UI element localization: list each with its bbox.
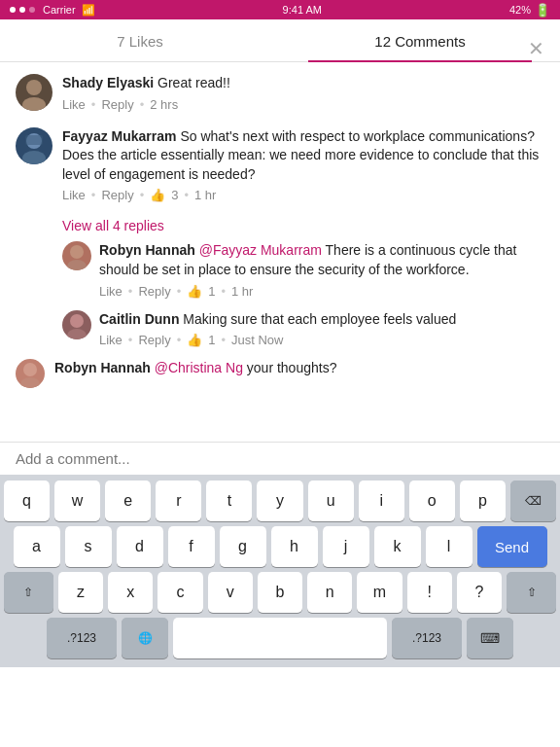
avatar xyxy=(16,359,45,388)
author-name: Caitlin Dunn xyxy=(99,311,179,327)
key-space[interactable] xyxy=(173,618,387,658)
thumb-icon: 👍 xyxy=(150,188,165,202)
key-backspace[interactable]: ⌫ xyxy=(510,480,556,521)
comment-body: Shady Elyaski Great read!! Like • Reply … xyxy=(62,74,544,112)
reply-content: Making sure that each employee feels val… xyxy=(183,311,456,327)
comment-body: Fayyaz Mukarram So what's next with resp… xyxy=(62,127,544,203)
avatar xyxy=(16,127,52,164)
typing-text: Robyn Hannah @Christina Ng your thoughts… xyxy=(54,359,544,378)
keyboard: q w e r t y u i o p ⌫ a s d f g h j k l … xyxy=(0,475,560,667)
close-button[interactable]: ✕ xyxy=(528,39,544,58)
tab-bar: 7 Likes 12 Comments ✕ xyxy=(0,19,560,62)
key-send[interactable]: Send xyxy=(477,526,547,567)
svg-rect-4 xyxy=(25,135,43,145)
replies-section: Robyn Hannah @Fayyaz Mukarram There is a… xyxy=(62,241,544,347)
key-x[interactable]: x xyxy=(108,572,153,613)
reply-text: Robyn Hannah @Fayyaz Mukarram There is a… xyxy=(99,241,544,279)
key-d[interactable]: d xyxy=(117,526,163,567)
like-button[interactable]: Like xyxy=(62,188,86,202)
key-u[interactable]: u xyxy=(308,480,354,521)
key-k[interactable]: k xyxy=(374,526,421,567)
key-s[interactable]: s xyxy=(65,526,112,567)
like-button[interactable]: Like xyxy=(99,284,122,299)
key-r[interactable]: r xyxy=(156,480,201,521)
key-numeric[interactable]: .?123 xyxy=(47,618,117,658)
reply-button[interactable]: Reply xyxy=(138,284,170,299)
key-c[interactable]: c xyxy=(158,572,202,613)
key-o[interactable]: o xyxy=(409,480,455,521)
reply-text: Caitlin Dunn Making sure that each emplo… xyxy=(99,310,544,330)
status-time: 9:41 AM xyxy=(283,4,322,16)
tab-comments[interactable]: 12 Comments xyxy=(280,19,560,61)
key-j[interactable]: j xyxy=(323,526,369,567)
signal-dot-2 xyxy=(19,7,25,13)
reply-button[interactable]: Reply xyxy=(138,333,170,347)
key-question[interactable]: ? xyxy=(457,572,502,613)
keyboard-row-1: q w e r t y u i o p ⌫ xyxy=(4,480,556,521)
key-e[interactable]: e xyxy=(105,480,151,521)
comment-text: Fayyaz Mukarram So what's next with resp… xyxy=(62,127,544,185)
key-t[interactable]: t xyxy=(206,480,252,521)
add-comment-row xyxy=(0,442,560,475)
author-name: Shady Elyaski xyxy=(62,75,154,90)
key-globe[interactable]: 🌐 xyxy=(122,618,168,658)
reply-button[interactable]: Reply xyxy=(101,97,133,112)
key-keyboard[interactable]: ⌨ xyxy=(467,618,513,658)
key-h[interactable]: h xyxy=(271,526,318,567)
view-replies-button[interactable]: View all 4 replies xyxy=(62,218,544,233)
tab-likes[interactable]: 7 Likes xyxy=(0,19,280,61)
signal-dot-3 xyxy=(29,7,35,13)
key-g[interactable]: g xyxy=(220,526,266,567)
key-b[interactable]: b xyxy=(258,572,302,613)
key-w[interactable]: w xyxy=(54,480,100,521)
svg-point-3 xyxy=(22,151,46,164)
key-shift[interactable]: ⇧ xyxy=(4,572,53,613)
avatar xyxy=(62,241,91,270)
reply-actions: Like • Reply • 👍 1 • 1 hr xyxy=(99,284,544,299)
svg-point-8 xyxy=(67,329,87,339)
reply-actions: Like • Reply • 👍 1 • Just Now xyxy=(99,333,544,347)
comment-time: 2 hrs xyxy=(150,97,178,112)
comment-item: Shady Elyaski Great read!! Like • Reply … xyxy=(16,74,544,112)
key-l[interactable]: l xyxy=(426,526,472,567)
signal-dot-1 xyxy=(10,7,16,13)
svg-point-0 xyxy=(26,80,42,95)
reply-button[interactable]: Reply xyxy=(101,188,133,202)
typing-body: Robyn Hannah @Christina Ng your thoughts… xyxy=(54,359,544,388)
key-exclaim[interactable]: ! xyxy=(407,572,452,613)
avatar xyxy=(62,310,91,339)
svg-point-7 xyxy=(70,314,84,328)
key-m[interactable]: m xyxy=(357,572,402,613)
like-button[interactable]: Like xyxy=(62,97,86,112)
battery-info: 42% 🔋 xyxy=(509,3,550,18)
like-button[interactable]: Like xyxy=(99,333,122,347)
key-i[interactable]: i xyxy=(359,480,404,521)
key-shift-right[interactable]: ⇧ xyxy=(507,572,556,613)
key-v[interactable]: v xyxy=(208,572,253,613)
comment-actions: Like • Reply • 2 hrs xyxy=(62,97,544,112)
key-n[interactable]: n xyxy=(307,572,352,613)
author-name: Robyn Hannah xyxy=(54,360,151,375)
key-z[interactable]: z xyxy=(58,572,103,613)
reply-time: 1 hr xyxy=(231,284,253,299)
svg-point-9 xyxy=(23,363,37,376)
mention: @Christina Ng xyxy=(155,360,243,375)
key-a[interactable]: a xyxy=(14,526,60,567)
key-q[interactable]: q xyxy=(4,480,50,521)
reply-item: Robyn Hannah @Fayyaz Mukarram There is a… xyxy=(62,241,544,298)
svg-point-6 xyxy=(67,260,87,270)
reply-time: Just Now xyxy=(231,333,283,347)
key-f[interactable]: f xyxy=(168,526,215,567)
comment-input[interactable] xyxy=(16,450,544,467)
typing-content: your thoughts? xyxy=(247,360,337,375)
key-y[interactable]: y xyxy=(257,480,302,521)
thumb-icon: 👍 xyxy=(187,333,202,347)
carrier-info: Carrier 📶 xyxy=(10,4,95,17)
author-name: Fayyaz Mukarram xyxy=(62,128,177,144)
keyboard-row-4: .?123 🌐 .?123 ⌨ xyxy=(4,618,556,658)
reply-body: Robyn Hannah @Fayyaz Mukarram There is a… xyxy=(99,241,544,298)
mention: @Fayyaz Mukarram xyxy=(199,242,322,258)
key-numeric-right[interactable]: .?123 xyxy=(392,618,462,658)
svg-point-1 xyxy=(22,97,46,111)
key-p[interactable]: p xyxy=(460,480,506,521)
